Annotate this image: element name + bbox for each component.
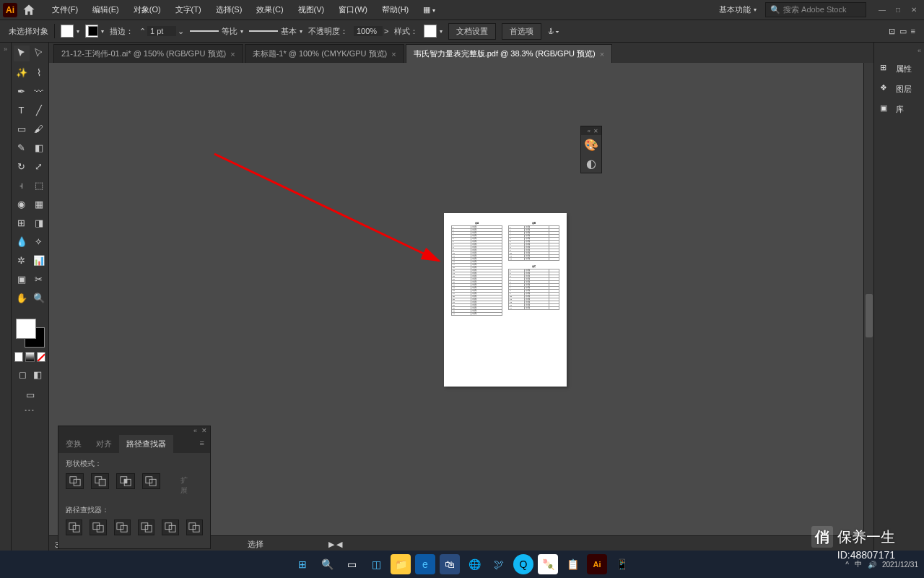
panel-menu-icon[interactable]: ≡: [194, 435, 210, 453]
draw-behind-icon[interactable]: ◧: [31, 368, 44, 381]
floating-color-panel[interactable]: «✕ 🎨 ◐: [580, 126, 602, 173]
color-mode-icon[interactable]: [14, 352, 23, 362]
menu-select[interactable]: 选择(S): [209, 4, 250, 15]
search-input[interactable]: 🔍 搜索 Adobe Stock: [765, 2, 866, 17]
brush-def[interactable]: 基本 ▾: [249, 26, 302, 37]
status-nav-icon[interactable]: ▶ ◀: [328, 540, 342, 549]
mesh-tool[interactable]: ⊞: [14, 215, 30, 230]
panel-collapse-icon[interactable]: «: [874, 47, 924, 54]
free-transform-tool[interactable]: ⬚: [31, 177, 47, 193]
intersect-button[interactable]: [116, 473, 134, 489]
screen-mode-icon[interactable]: ▭: [22, 387, 38, 402]
menu-file[interactable]: 文件(F): [45, 4, 85, 15]
pathfinder-panel[interactable]: «✕ 变换 对齐 路径查找器 ≡ 形状模式： 扩展 路径查找器：: [58, 426, 211, 549]
opacity-input[interactable]: 100% >: [354, 26, 388, 36]
blend-tool[interactable]: ⟡: [31, 233, 47, 249]
var-width-profile[interactable]: 等比 ▾: [190, 26, 243, 37]
artboard-tool[interactable]: ▣: [14, 271, 30, 287]
opt-icon[interactable]: ▭: [899, 27, 907, 36]
explorer-icon[interactable]: 📁: [391, 554, 411, 574]
layers-panel-button[interactable]: ❖图层: [874, 79, 924, 99]
tab-close-icon[interactable]: ×: [391, 50, 396, 59]
shaper-tool[interactable]: ✎: [14, 139, 30, 155]
maximize-icon[interactable]: □: [891, 4, 905, 16]
pen-tool[interactable]: ✒: [14, 83, 30, 99]
minus-back-button[interactable]: [186, 519, 203, 535]
menu-type[interactable]: 文字(T): [168, 4, 209, 15]
illustrator-taskbar-icon[interactable]: Ai: [587, 554, 607, 574]
draw-normal-icon[interactable]: ◻: [16, 368, 29, 381]
taskview-icon[interactable]: ▭: [341, 554, 362, 574]
home-icon[interactable]: [22, 3, 36, 17]
direct-select-tool[interactable]: [31, 46, 47, 61]
doc-tab[interactable]: 21-12-王鸿伟-01.ai* @ 150% (RGB/GPU 预览)×: [53, 44, 243, 63]
tab-close-icon[interactable]: ×: [230, 50, 235, 59]
pathfinder-tab[interactable]: 路径查找器: [119, 435, 173, 453]
eraser-tool[interactable]: ◧: [31, 139, 47, 155]
fill-swatch[interactable]: ▾: [61, 25, 79, 38]
menu-effect[interactable]: 效果(C): [249, 4, 290, 15]
shape-builder-tool[interactable]: ◉: [14, 196, 30, 212]
doc-tab-active[interactable]: 韦氏智力量表完整版.pdf @ 38.3% (RGB/GPU 预览)×: [406, 44, 612, 63]
opt-icon[interactable]: ⊡: [889, 27, 895, 36]
minus-front-button[interactable]: [91, 473, 109, 489]
start-icon[interactable]: ⊞: [292, 554, 313, 574]
chrome-icon[interactable]: 🌐: [464, 554, 484, 574]
stroke-weight[interactable]: ⌃ 1 pt ⌄: [139, 26, 184, 36]
unite-button[interactable]: [66, 473, 84, 489]
align-tab[interactable]: 对齐: [89, 435, 119, 453]
divide-button[interactable]: [66, 519, 82, 535]
properties-panel-button[interactable]: ⊞属性: [874, 59, 924, 79]
magic-wand-tool[interactable]: ✨: [14, 64, 30, 80]
stroke-swatch[interactable]: ▾: [85, 25, 104, 38]
search-icon[interactable]: 🔍: [317, 554, 337, 574]
edit-toolbar-icon[interactable]: •••: [14, 407, 45, 413]
curvature-tool[interactable]: 〰: [31, 83, 47, 99]
align-icon[interactable]: ⫝̸▾: [547, 27, 559, 35]
preferences-button[interactable]: 首选项: [502, 23, 541, 40]
app-icon[interactable]: 🕊: [489, 554, 509, 574]
none-mode-icon[interactable]: [37, 352, 45, 362]
eyedropper-tool[interactable]: 💧: [14, 233, 30, 249]
app-icon[interactable]: 📋: [562, 554, 583, 574]
rotate-tool[interactable]: ↻: [14, 158, 30, 174]
exclude-button[interactable]: [142, 473, 160, 489]
color-guide-icon[interactable]: ◐: [581, 154, 601, 173]
slice-tool[interactable]: ✂: [31, 271, 47, 287]
transform-tab[interactable]: 变换: [58, 435, 89, 453]
close-icon[interactable]: ✕: [907, 4, 921, 16]
selection-tool[interactable]: [14, 46, 30, 61]
qq-icon[interactable]: Q: [513, 554, 533, 574]
tab-close-icon[interactable]: ×: [600, 50, 604, 59]
line-tool[interactable]: ╱: [31, 102, 47, 118]
edge-icon[interactable]: e: [415, 554, 435, 574]
menu-edit[interactable]: 编辑(E): [85, 4, 126, 15]
perspective-tool[interactable]: ▦: [31, 196, 47, 212]
scale-tool[interactable]: ⤢: [31, 158, 47, 174]
system-tray[interactable]: ^中🔊 2021/12/31: [845, 559, 918, 569]
workspace-switcher[interactable]: 基本功能 ▾: [713, 3, 762, 17]
opt-icon[interactable]: ≡: [911, 27, 915, 36]
app-icon[interactable]: 🍡: [538, 554, 558, 574]
arrange-docs-icon[interactable]: ▦ ▾: [416, 5, 443, 14]
doc-tab[interactable]: 未标题-1* @ 100% (CMYK/GPU 预览)×: [245, 44, 404, 63]
menu-help[interactable]: 帮助(H): [375, 4, 416, 15]
merge-button[interactable]: [114, 519, 131, 535]
crop-button[interactable]: [138, 519, 154, 535]
libraries-panel-button[interactable]: ▣库: [874, 99, 924, 119]
zoom-tool[interactable]: 🔍: [31, 290, 47, 306]
hand-tool[interactable]: ✋: [14, 290, 30, 306]
widgets-icon[interactable]: ◫: [366, 554, 386, 574]
graphic-style[interactable]: ▾: [424, 25, 443, 38]
brush-tool[interactable]: 🖌: [31, 121, 47, 137]
type-tool[interactable]: T: [14, 102, 30, 118]
store-icon[interactable]: 🛍: [440, 554, 460, 574]
vertical-scrollbar[interactable]: [863, 63, 873, 535]
graph-tool[interactable]: 📊: [31, 252, 47, 268]
gradient-tool[interactable]: ◨: [31, 215, 47, 230]
fill-stroke-swatches[interactable]: [16, 319, 45, 348]
gradient-mode-icon[interactable]: [25, 352, 34, 362]
doc-setup-button[interactable]: 文档设置: [448, 23, 496, 40]
color-panel-icon[interactable]: 🎨: [581, 135, 601, 154]
width-tool[interactable]: ⫞: [14, 177, 30, 193]
